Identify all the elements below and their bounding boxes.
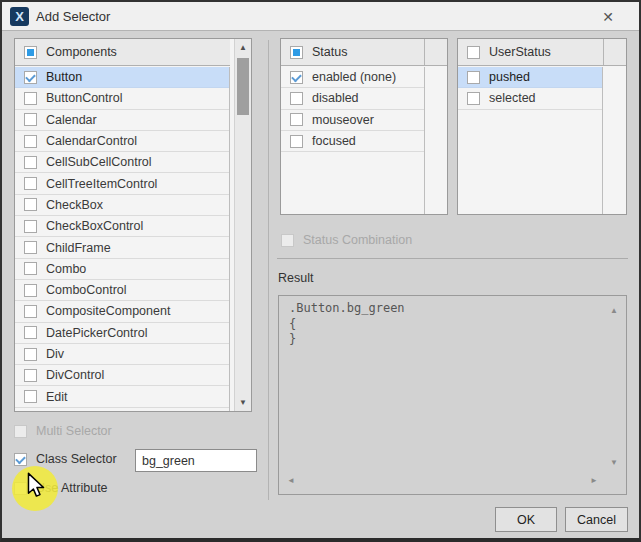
list-item-label: selected	[489, 91, 536, 105]
userstatus-header-checkbox-icon[interactable]	[467, 46, 480, 59]
checkbox-icon[interactable]	[24, 241, 37, 254]
userstatus-list-panel: UserStatus pushed selected	[457, 38, 627, 215]
checkbox-icon[interactable]	[24, 348, 37, 361]
checkbox-icon[interactable]	[24, 326, 37, 339]
ok-button[interactable]: OK	[495, 507, 557, 532]
list-item-label: ComboControl	[46, 283, 127, 297]
list-item-label: CompositeComponent	[46, 304, 170, 318]
list-item-label: Button	[46, 70, 82, 84]
list-item[interactable]: Calendar	[15, 110, 229, 131]
checkbox-icon[interactable]	[290, 113, 303, 126]
checkbox-icon[interactable]	[24, 113, 37, 126]
status-combination-label: Status Combination	[303, 233, 412, 247]
list-item[interactable]: Button	[15, 67, 229, 88]
components-header[interactable]: Components	[15, 39, 230, 66]
list-item[interactable]: ComboControl	[15, 280, 229, 301]
checkbox-icon[interactable]	[24, 198, 37, 211]
class-selector-checkbox-icon[interactable]	[14, 453, 27, 466]
list-item-label: Div	[46, 347, 64, 361]
list-item[interactable]: mouseover	[281, 110, 424, 131]
userstatus-rows: pushed selected	[458, 67, 603, 214]
checkbox-icon[interactable]	[290, 135, 303, 148]
window-title: Add Selector	[36, 9, 110, 24]
checkbox-icon[interactable]	[24, 284, 37, 297]
scroll-up-icon[interactable]: ▲	[610, 303, 618, 319]
status-rows: enabled (none) disabled mouseover focuse…	[281, 67, 425, 214]
list-item-label: DatePickerControl	[46, 326, 147, 340]
checkbox-icon[interactable]	[24, 135, 37, 148]
list-item-label: pushed	[489, 70, 530, 84]
mouse-cursor-icon	[26, 472, 46, 498]
list-item[interactable]: enabled (none)	[281, 67, 424, 88]
list-item[interactable]: CheckBox	[15, 195, 229, 216]
list-item-label: ChildFrame	[46, 241, 111, 255]
list-item[interactable]: focused	[281, 131, 424, 152]
list-item-label: focused	[312, 134, 356, 148]
list-item[interactable]: DatePickerControl	[15, 323, 229, 344]
scroll-up-icon[interactable]: ▲	[235, 43, 251, 52]
status-combination-option: Status Combination	[281, 233, 412, 247]
list-item[interactable]: ChildFrame	[15, 237, 229, 258]
scroll-right-icon[interactable]: ►	[590, 473, 598, 489]
multi-selector-option: Multi Selector	[14, 424, 112, 438]
list-item[interactable]: DivControl	[15, 365, 229, 386]
checkbox-icon[interactable]	[24, 156, 37, 169]
list-item[interactable]: CellSubCellControl	[15, 152, 229, 173]
checkbox-icon[interactable]	[24, 220, 37, 233]
checkbox-icon[interactable]	[24, 390, 37, 403]
titlebar[interactable]: X Add Selector ✕	[2, 2, 639, 31]
result-line: }	[289, 332, 616, 348]
userstatus-header[interactable]: UserStatus	[458, 39, 626, 66]
list-item[interactable]: ButtonControl	[15, 88, 229, 109]
components-header-checkbox-icon[interactable]	[24, 46, 37, 59]
scroll-down-icon[interactable]: ▼	[610, 455, 618, 471]
class-selector-option[interactable]: Class Selector	[14, 452, 117, 466]
list-item[interactable]: pushed	[458, 67, 602, 88]
scroll-down-icon[interactable]: ▼	[235, 398, 251, 407]
checkbox-icon[interactable]	[290, 92, 303, 105]
class-name-input[interactable]	[135, 449, 257, 472]
checkbox-icon[interactable]	[24, 71, 37, 84]
list-item-label: DivControl	[46, 368, 104, 382]
list-item[interactable]: disabled	[281, 88, 424, 109]
list-item-label: CheckBox	[46, 198, 103, 212]
result-text: .Button.bg_green { }	[279, 296, 626, 353]
list-item-label: mouseover	[312, 113, 374, 127]
list-item-label: Calendar	[46, 113, 97, 127]
list-item[interactable]: CompositeComponent	[15, 301, 229, 322]
list-item-label: CalendarControl	[46, 134, 137, 148]
list-item[interactable]: Div	[15, 344, 229, 365]
multi-selector-label: Multi Selector	[36, 424, 112, 438]
components-rows: Button ButtonControl Calendar CalendarCo…	[15, 67, 230, 411]
list-item-label: CheckBoxControl	[46, 219, 143, 233]
checkbox-icon[interactable]	[24, 305, 37, 318]
status-header[interactable]: Status	[281, 39, 447, 66]
checkbox-icon[interactable]	[24, 262, 37, 275]
checkbox-icon[interactable]	[24, 92, 37, 105]
scroll-left-icon[interactable]: ◄	[287, 473, 295, 489]
class-selector-label: Class Selector	[36, 452, 117, 466]
checkbox-icon[interactable]	[290, 71, 303, 84]
list-item[interactable]: CalendarControl	[15, 131, 229, 152]
list-item[interactable]: CheckBoxControl	[15, 216, 229, 237]
cancel-button[interactable]: Cancel	[565, 507, 628, 532]
list-item[interactable]: selected	[458, 88, 602, 109]
status-header-label: Status	[312, 45, 347, 59]
status-header-checkbox-icon[interactable]	[290, 46, 303, 59]
list-item[interactable]: EditControl	[15, 408, 229, 411]
result-label: Result	[278, 271, 313, 285]
list-item[interactable]: Combo	[15, 259, 229, 280]
list-item-label: enabled (none)	[312, 70, 396, 84]
list-item[interactable]: CellTreeItemControl	[15, 173, 229, 194]
checkbox-icon[interactable]	[24, 369, 37, 382]
close-icon[interactable]: ✕	[594, 5, 622, 29]
components-scrollbar[interactable]: ▲ ▼	[234, 39, 251, 411]
components-header-label: Components	[46, 45, 117, 59]
scrollbar-thumb[interactable]	[237, 58, 249, 115]
checkbox-icon[interactable]	[467, 92, 480, 105]
list-item[interactable]: Edit	[15, 386, 229, 407]
checkbox-icon[interactable]	[467, 71, 480, 84]
checkbox-icon[interactable]	[24, 177, 37, 190]
list-item-label: ButtonControl	[46, 91, 122, 105]
add-selector-dialog: X Add Selector ✕ Components Button Butto…	[0, 0, 641, 542]
